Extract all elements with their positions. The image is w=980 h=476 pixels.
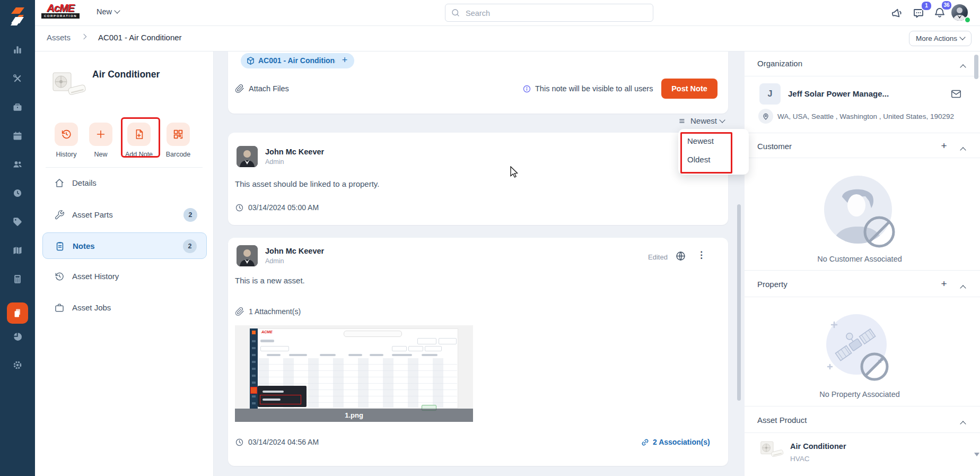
collapse-property-icon[interactable]	[958, 282, 966, 290]
mini-screenshot-annotation	[260, 395, 301, 404]
globe-icon[interactable]	[675, 250, 686, 262]
online-status-dot	[964, 16, 971, 23]
notifications-badge: 36	[941, 0, 952, 11]
app-logo-icon[interactable]	[7, 6, 28, 29]
association-tag-chip[interactable]: AC001 - Air Conditioner	[241, 53, 349, 68]
tag-icon[interactable]	[12, 217, 23, 227]
mini-screenshot-bar	[348, 354, 362, 356]
chevron-down-icon	[719, 117, 725, 123]
sort-option-oldest[interactable]: Oldest	[687, 155, 710, 164]
asset-side-panel: Air Conditioner History New Add Note Bar…	[35, 51, 214, 476]
mini-screenshot-bar	[267, 354, 281, 356]
settings-icon[interactable]	[12, 360, 23, 370]
map-icon[interactable]	[12, 245, 23, 256]
main-scrollbar-thumb[interactable]	[737, 204, 741, 401]
app-window: AcME CORPORATION New 1 36 Assets AC001 -…	[0, 0, 980, 476]
organization-avatar: J	[759, 83, 781, 105]
sort-option-newest[interactable]: Newest	[687, 136, 714, 145]
mini-screenshot-logo	[252, 331, 256, 334]
mini-screenshot-pill	[260, 346, 289, 351]
new-button[interactable]: New	[84, 120, 118, 158]
sort-control[interactable]: Newest	[678, 116, 724, 125]
breadcrumb-current: AC001 - Air Conditioner	[98, 33, 182, 42]
search-input[interactable]	[465, 4, 647, 22]
add-customer-button[interactable]: +	[939, 141, 949, 151]
attach-files-button[interactable]: Attach Files	[235, 84, 289, 93]
calculator-icon[interactable]	[12, 274, 23, 284]
mini-screenshot-pill	[408, 346, 423, 351]
collapse-customer-icon[interactable]	[958, 144, 966, 152]
post-note-button[interactable]: Post Note	[661, 79, 718, 99]
organization-name: Jeff Solar Power Manage...	[788, 89, 889, 98]
clock-icon	[235, 438, 244, 447]
briefcase-icon	[54, 302, 65, 313]
new-menu-button[interactable]: New	[97, 7, 119, 16]
collapse-organization-icon[interactable]	[958, 61, 966, 70]
asset-product-image	[759, 440, 785, 462]
add-association-button[interactable]: +	[335, 53, 354, 68]
briefcase-icon[interactable]	[12, 102, 23, 112]
mini-screenshot-sidebar	[250, 328, 258, 409]
paperclip-icon	[235, 307, 244, 316]
scrollbar-down-arrow[interactable]	[974, 453, 979, 456]
note-text: This asset should be linked to a propert…	[235, 179, 379, 188]
attachment-preview[interactable]: ACME 1.png	[235, 325, 473, 422]
location-pin-icon	[758, 109, 773, 124]
note-visibility-text: This note will be visible to all users	[522, 84, 653, 93]
divider	[745, 432, 980, 433]
note-author-avatar	[237, 245, 258, 266]
sidebar-item-asset-parts[interactable]: Asset Parts 2	[42, 202, 207, 228]
notes-count-badge: 2	[183, 239, 197, 253]
pie-chart-icon[interactable]	[12, 331, 23, 342]
divider	[745, 270, 980, 271]
messages-button[interactable]: 1	[911, 0, 929, 25]
clock-icon[interactable]	[12, 188, 23, 198]
collapse-asset-product-icon[interactable]	[958, 418, 966, 426]
paperclip-icon	[235, 84, 244, 93]
sort-dropdown-menu: Newest Oldest	[678, 129, 749, 175]
history-button[interactable]: History	[49, 120, 83, 158]
sidebar-item-details[interactable]: Details	[42, 170, 207, 196]
users-icon[interactable]	[12, 159, 23, 170]
notes-main-area: AC001 - Air Conditioner + Attach Files T…	[220, 51, 745, 476]
mini-screenshot-pill	[392, 346, 407, 351]
wrench-icon	[54, 210, 65, 220]
breadcrumb-chevron-icon	[81, 32, 89, 41]
sidebar-item-asset-jobs[interactable]: Asset Jobs	[42, 295, 207, 321]
asset-product-name[interactable]: Air Conditioner	[790, 442, 846, 451]
asset-product-category: HVAC	[790, 455, 810, 463]
mini-screenshot-pill	[417, 338, 436, 344]
announcements-icon[interactable]	[891, 7, 904, 20]
panel-scrollbar-thumb[interactable]	[974, 55, 978, 79]
topbar: AcME CORPORATION New 1 36	[35, 0, 980, 26]
sidebar-item-asset-history[interactable]: Asset History	[42, 264, 207, 289]
envelope-icon[interactable]	[950, 88, 962, 100]
documents-icon-active[interactable]	[7, 302, 28, 324]
note-options-menu-icon[interactable]: ⋮	[697, 249, 706, 261]
calendar-icon[interactable]	[12, 131, 23, 141]
breadcrumb-assets[interactable]: Assets	[47, 33, 71, 42]
associations-link[interactable]: 2 Association(s)	[641, 438, 710, 447]
no-property-illustration	[815, 309, 900, 389]
mini-screenshot-bar	[289, 354, 307, 356]
dashboard-icon[interactable]	[12, 45, 23, 55]
add-property-button[interactable]: +	[939, 279, 949, 289]
divider	[745, 406, 980, 406]
note-author-name: John Mc Keever	[265, 148, 324, 156]
info-icon	[522, 84, 531, 93]
more-actions-button[interactable]: More Actions	[909, 31, 972, 46]
notifications-button[interactable]: 36	[932, 0, 951, 25]
tools-icon[interactable]	[12, 73, 23, 84]
mini-screenshot-bar	[392, 354, 412, 356]
barcode-button[interactable]: Barcode	[161, 120, 195, 158]
note-card: John Mc Keever Admin Edited ⋮ This is a …	[228, 238, 728, 466]
sidebar-item-notes[interactable]: Notes 2	[42, 232, 207, 259]
organization-address: WA, USA, Seattle , Washington , United S…	[777, 112, 954, 120]
mini-screenshot-pill	[439, 338, 457, 344]
company-logo[interactable]: AcME CORPORATION	[41, 3, 80, 19]
history-icon	[54, 271, 65, 282]
add-note-button[interactable]: Add Note	[122, 120, 156, 158]
sort-lines-icon	[678, 117, 686, 125]
mini-screenshot-pill	[425, 346, 442, 351]
divider	[46, 167, 203, 168]
